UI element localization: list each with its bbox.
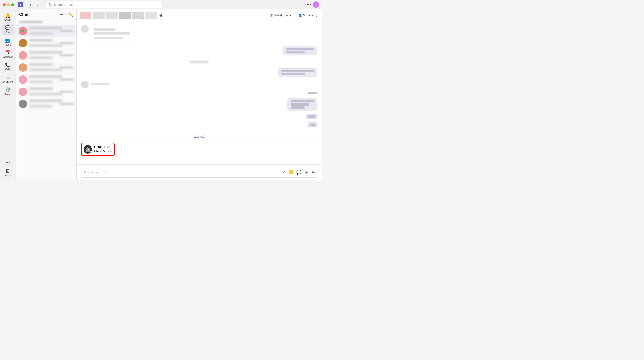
sidebar-item-chat[interactable]: 💬 Chat (2, 24, 14, 35)
bubble-small (306, 114, 317, 119)
icon-nav: 🔔 Activity 💬 Chat 👥 Teams 📅 Calendar 📞 C… (0, 9, 16, 180)
search-icon: 🔍 (48, 3, 52, 7)
input-actions: ↗ 😊 💬 ＋ ➤ (282, 170, 315, 175)
chat-info (30, 63, 57, 72)
calendar-icon: 📅 (5, 50, 11, 55)
chat-list (16, 19, 76, 180)
message-content: Blink 16:48 Hello World (94, 145, 112, 153)
sidebar-item-apps[interactable]: ⊞ Apps (2, 167, 14, 178)
back-button[interactable]: ‹ (27, 2, 34, 8)
more-nav-items[interactable]: ••• (6, 160, 10, 165)
chevron-down-icon: ▾ (290, 14, 292, 17)
chat-info (30, 27, 57, 35)
more-options-button[interactable]: ••• (309, 13, 313, 18)
tab-active[interactable] (132, 12, 144, 19)
avatar (19, 75, 27, 84)
send-icon[interactable]: ➤ (311, 170, 315, 175)
new-chat-icon[interactable]: ✏️ (68, 12, 73, 17)
sidebar-item-admin[interactable]: 🛡️ Admin (2, 86, 14, 97)
title-bar-actions: ••• (307, 2, 319, 8)
sidebar-item-onedrive[interactable]: ☁️ OneDrive (2, 73, 14, 85)
avatar (81, 25, 89, 33)
chat-info (30, 100, 57, 108)
expand-button[interactable]: ⤢ (315, 13, 319, 18)
user-avatar[interactable] (313, 2, 319, 8)
forward-button[interactable]: › (34, 2, 41, 8)
calls-icon: 📞 (5, 62, 11, 68)
chat-panel-title: Chat (19, 12, 58, 17)
audio-wave-icon: 🎵 (270, 14, 274, 17)
teams-logo: T (18, 2, 23, 8)
message-block-right-small (81, 114, 317, 119)
chat-info (30, 88, 57, 96)
input-container: Type a message ↗ 😊 💬 ＋ ➤ (80, 167, 318, 178)
message-time: 16:48 (104, 146, 110, 149)
more-options-icon[interactable]: ••• (307, 3, 311, 7)
message-block (81, 25, 317, 42)
messages-area: Last read 🤖 Blink 16:48 Hello World (76, 22, 322, 164)
gif-icon[interactable]: 💬 (296, 170, 302, 175)
message-input[interactable]: Type a message (84, 171, 280, 174)
search-bar[interactable]: 🔍 Search (Cmd+E) (46, 1, 162, 9)
admin-icon: 🛡️ (5, 87, 11, 93)
chat-header-actions: ••• ≡ ✏️ (60, 12, 73, 17)
chat-list-panel: Chat ••• ≡ ✏️ (16, 9, 76, 180)
avatar (19, 39, 27, 47)
format-icon[interactable]: ↗ (282, 170, 286, 175)
card-message (91, 25, 133, 42)
minimize-button[interactable] (7, 3, 10, 6)
divider-line-right (208, 137, 317, 137)
list-item[interactable] (16, 61, 76, 74)
message-text: Hello World (94, 149, 112, 153)
list-item[interactable] (16, 37, 76, 49)
avatar (19, 100, 27, 108)
bot-avatar: 🤖 (84, 145, 92, 154)
list-item[interactable] (16, 98, 76, 110)
tab-1[interactable] (80, 12, 92, 19)
bubble-right (278, 68, 317, 77)
online-indicator (90, 151, 92, 154)
bubble-right (288, 98, 317, 111)
sidebar-item-activity[interactable]: 🔔 Activity (2, 11, 14, 23)
hello-world-message: 🤖 Blink 16:48 Hello World (81, 143, 114, 156)
chat-icon: 💬 (5, 25, 11, 31)
avatar (19, 88, 27, 96)
avatar (19, 63, 27, 72)
traffic-lights (3, 3, 14, 6)
sidebar-item-teams[interactable]: 👥 Teams (2, 36, 14, 47)
list-item[interactable] (16, 49, 76, 61)
list-item[interactable] (16, 86, 76, 98)
tab-6[interactable] (145, 12, 157, 19)
attach-icon[interactable]: ＋ (304, 170, 308, 175)
message-block-right (81, 92, 317, 94)
list-item[interactable] (16, 19, 76, 25)
search-input[interactable]: Search (Cmd+E) (54, 3, 76, 7)
message-block-right-edge (81, 98, 317, 111)
more-chats-icon[interactable]: ••• (60, 12, 64, 17)
emoji-icon[interactable]: 😊 (288, 170, 294, 175)
sidebar-item-calendar[interactable]: 📅 Calendar (2, 48, 14, 60)
tab-3[interactable] (106, 12, 118, 19)
tab-2[interactable] (93, 12, 104, 19)
message-input-area: Type a message ↗ 😊 💬 ＋ ➤ (76, 164, 322, 180)
sidebar-item-calls[interactable]: 📞 Calls (2, 61, 14, 72)
bubble-xs (308, 122, 317, 128)
avatar (81, 81, 89, 88)
timestamp-divider (81, 61, 317, 63)
filter-icon[interactable]: ≡ (65, 12, 67, 17)
close-button[interactable] (3, 3, 6, 6)
avatar (19, 51, 27, 60)
meet-now-button[interactable]: 🎵 Meet now ▾ (268, 12, 294, 18)
title-bar: T ‹ › 🔍 Search (Cmd+E) ••• (0, 0, 322, 9)
add-tab-button[interactable]: ⊕ (158, 12, 164, 19)
tab-4[interactable] (119, 12, 131, 19)
people-icon: 👤 (298, 14, 302, 17)
participants-button[interactable]: 👤 3 (296, 12, 306, 18)
list-item[interactable] (16, 25, 76, 37)
bubble-right (283, 46, 317, 55)
list-item[interactable] (16, 74, 76, 86)
app-body: 🔔 Activity 💬 Chat 👥 Teams 📅 Calendar 📞 C… (0, 9, 322, 180)
chat-list-header: Chat ••• ≡ ✏️ (16, 9, 76, 19)
maximize-button[interactable] (11, 3, 14, 6)
message-block-right (81, 46, 317, 55)
